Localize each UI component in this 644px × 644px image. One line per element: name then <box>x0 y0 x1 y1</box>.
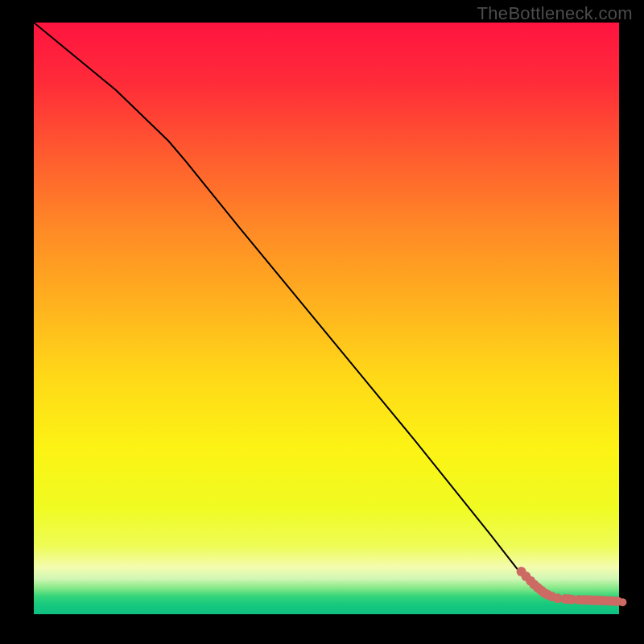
marker-dot <box>618 598 626 606</box>
watermark-label: TheBottleneck.com <box>477 3 633 24</box>
chart-root: TheBottleneck.com <box>0 0 644 644</box>
chart-svg <box>0 0 644 644</box>
plot-gradient-bg <box>34 23 619 614</box>
